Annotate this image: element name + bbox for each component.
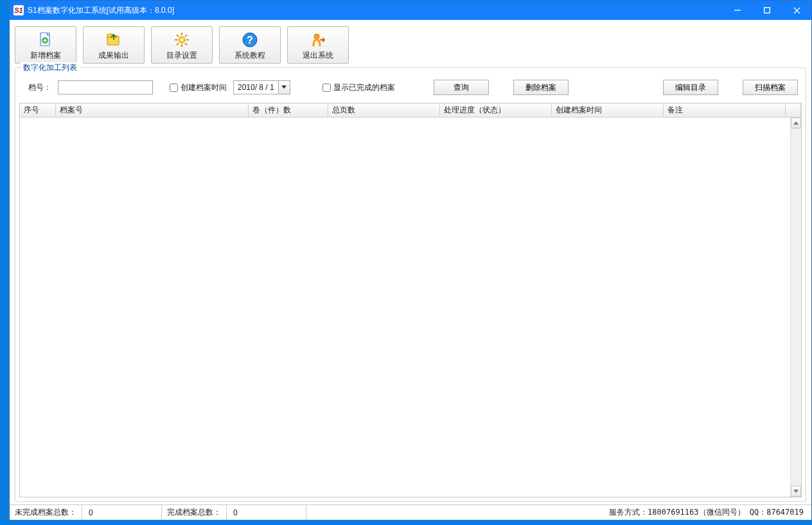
archive-grid: 序号 档案号 卷（件）数 总页数 处理进度（状态） 创建档案时间 备注 xyxy=(19,103,802,497)
chevron-down-icon[interactable] xyxy=(278,81,290,94)
created-time-checkbox-label: 创建档案时间 xyxy=(181,82,227,93)
filter-row: 档号： 创建档案时间 2010/ 8 / 1 显示已完成的档案 xyxy=(15,68,806,103)
exit-system-button[interactable]: 退出系统 xyxy=(287,26,349,64)
minimize-button[interactable] xyxy=(723,1,752,20)
desktop-background xyxy=(0,0,9,525)
col-tail xyxy=(786,103,801,117)
status-finished-label: 完成档案总数： xyxy=(162,505,227,520)
catalog-settings-label: 目录设置 xyxy=(166,50,197,61)
show-completed-checkbox[interactable]: 显示已完成的档案 xyxy=(322,82,395,93)
export-result-button[interactable]: 成果输出 xyxy=(83,26,145,64)
add-file-icon xyxy=(37,31,54,48)
col-pages[interactable]: 总页数 xyxy=(328,103,440,117)
scroll-up-button[interactable] xyxy=(791,118,801,129)
edit-catalog-button[interactable]: 编辑目录 xyxy=(663,80,718,95)
created-time-checkbox[interactable]: 创建档案时间 xyxy=(170,82,227,93)
grid-body[interactable] xyxy=(20,118,801,497)
exit-icon xyxy=(310,31,326,48)
window-title: S1档案数字化加工系统[试用高级本：8.0.0] xyxy=(28,5,174,16)
export-result-label: 成果输出 xyxy=(98,50,129,61)
close-button[interactable] xyxy=(782,1,811,20)
new-archive-button[interactable]: 新增档案 xyxy=(15,26,76,64)
show-completed-checkbox-input[interactable] xyxy=(322,84,331,92)
exit-system-label: 退出系统 xyxy=(303,50,333,61)
status-unfinished-value: 0 xyxy=(82,505,162,520)
created-time-checkbox-input[interactable] xyxy=(170,84,178,92)
created-date-value: 2010/ 8 / 1 xyxy=(234,83,278,92)
titlebar[interactable]: S1 S1档案数字化加工系统[试用高级本：8.0.0] xyxy=(10,1,811,20)
maximize-button[interactable] xyxy=(752,1,782,20)
new-archive-label: 新增档案 xyxy=(30,50,61,61)
maximize-icon xyxy=(764,7,770,13)
col-archno[interactable]: 档案号 xyxy=(56,103,249,117)
svg-text:?: ? xyxy=(247,35,253,46)
grid-vertical-scrollbar[interactable] xyxy=(790,118,801,497)
col-remark[interactable]: 备注 xyxy=(664,103,786,117)
main-toolbar: 新增档案 成果输出 目录设置 ? 系统教程 xyxy=(10,20,811,67)
panel-title: 数字化加工列表 xyxy=(21,62,80,73)
status-service-info: 服务方式：18007691163（微信同号） QQ：87647019 xyxy=(306,505,811,520)
show-completed-checkbox-label: 显示已完成的档案 xyxy=(333,82,395,93)
col-volcnt[interactable]: 卷（件）数 xyxy=(249,103,328,117)
catalog-settings-button[interactable]: 目录设置 xyxy=(151,26,213,64)
status-finished-value: 0 xyxy=(227,505,306,520)
svg-rect-0 xyxy=(764,8,770,13)
col-seq[interactable]: 序号 xyxy=(20,103,56,117)
query-button[interactable]: 查询 xyxy=(434,80,489,95)
statusbar: 未完成档案总数： 0 完成档案总数： 0 服务方式：18007691163（微信… xyxy=(10,504,811,520)
processing-list-panel: 数字化加工列表 档号： 创建档案时间 2010/ 8 / 1 xyxy=(15,67,806,502)
archive-no-label: 档号： xyxy=(28,82,51,93)
created-date-picker[interactable]: 2010/ 8 / 1 xyxy=(233,80,290,94)
col-status[interactable]: 处理进度（状态） xyxy=(440,103,552,117)
archive-no-input[interactable] xyxy=(58,80,153,94)
app-icon: S1 xyxy=(13,5,24,15)
delete-archive-button[interactable]: 删除档案 xyxy=(513,80,569,95)
close-icon xyxy=(793,7,800,14)
help-icon: ? xyxy=(242,31,258,48)
status-unfinished-label: 未完成档案总数： xyxy=(10,505,82,520)
scan-archive-button[interactable]: 扫描档案 xyxy=(743,80,798,95)
system-tutorial-label: 系统教程 xyxy=(234,50,265,61)
export-icon xyxy=(105,31,122,48)
gear-icon xyxy=(173,31,190,48)
scroll-down-button[interactable] xyxy=(791,486,801,497)
svg-point-6 xyxy=(181,39,183,41)
minimize-icon xyxy=(734,7,741,13)
grid-header[interactable]: 序号 档案号 卷（件）数 总页数 处理进度（状态） 创建档案时间 备注 xyxy=(20,103,801,118)
system-tutorial-button[interactable]: ? 系统教程 xyxy=(219,26,281,64)
col-ctime[interactable]: 创建档案时间 xyxy=(552,103,664,117)
app-window: S1 S1档案数字化加工系统[试用高级本：8.0.0] 新增档案 xyxy=(9,0,812,521)
